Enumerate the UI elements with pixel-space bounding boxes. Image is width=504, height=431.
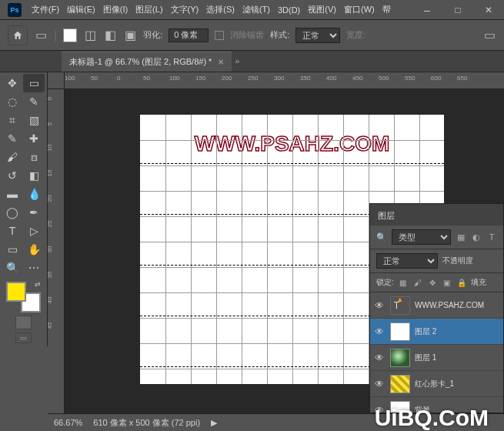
swap-colors-icon[interactable]: ⇄: [35, 280, 41, 288]
ruler-tick: 400: [326, 75, 336, 82]
menu-layer[interactable]: 图层(L): [132, 4, 166, 15]
color-swatch[interactable]: ⇄: [6, 282, 41, 312]
ruler-tick: 100: [169, 75, 179, 82]
lasso-tool[interactable]: ◌: [2, 92, 23, 111]
style-select[interactable]: 正常: [295, 28, 340, 43]
document-info[interactable]: 610 像素 x 500 像素 (72 ppi): [93, 417, 200, 429]
layer-name[interactable]: 图层 2: [415, 326, 436, 337]
menu-3d[interactable]: 3D(D): [274, 5, 304, 15]
marquee-tool[interactable]: ▭: [23, 74, 45, 92]
menu-edit[interactable]: 编辑(E): [63, 4, 99, 15]
feather-input[interactable]: [169, 28, 209, 42]
document-tab[interactable]: 未标题-1 @ 66.7% (图层 2, RGB/8#) * ✕: [62, 52, 232, 72]
shape-tool[interactable]: ▭: [2, 240, 23, 259]
blur-tool[interactable]: 💧: [23, 185, 45, 203]
screen-mode-toggle[interactable]: ▭: [15, 332, 32, 343]
window-controls: [412, 0, 504, 20]
status-chevron-icon[interactable]: ▶: [211, 418, 217, 428]
layer-row[interactable]: 👁 背景: [370, 397, 503, 413]
layer-row[interactable]: 👁 T▲ WWW.PSAHZ.COM: [370, 292, 503, 319]
crop-tool[interactable]: ⌗: [2, 111, 23, 129]
layer-row[interactable]: 👁 图层 2: [370, 319, 503, 345]
minimize-button[interactable]: [412, 0, 442, 20]
pen-tool[interactable]: ✒: [23, 203, 45, 222]
lock-artboard-icon[interactable]: ▣: [442, 277, 452, 288]
move-tool[interactable]: ✥: [2, 74, 23, 92]
intersect-selection-icon[interactable]: ▣: [123, 28, 137, 42]
visibility-icon[interactable]: 👁: [375, 326, 386, 337]
menu-filter[interactable]: 滤镜(T): [239, 4, 274, 15]
layer-name[interactable]: 图层 1: [415, 352, 436, 363]
layer-row[interactable]: 👁 图层 1: [370, 345, 503, 371]
maximize-button[interactable]: [442, 0, 473, 20]
filter-pixel-icon[interactable]: ▦: [456, 232, 466, 242]
ruler-tick: 500: [379, 75, 389, 82]
visibility-icon[interactable]: 👁: [375, 379, 386, 389]
ruler-origin[interactable]: [48, 72, 65, 89]
antialias-checkbox[interactable]: [215, 31, 224, 40]
menu-file[interactable]: 文件(F): [28, 4, 63, 15]
lock-transparent-icon[interactable]: ▦: [398, 277, 409, 288]
tab-overflow-icon[interactable]: »: [235, 57, 239, 65]
add-selection-icon[interactable]: ◫: [83, 28, 97, 42]
layer-filter-select[interactable]: 类型: [392, 229, 451, 245]
filter-adjust-icon[interactable]: ◐: [471, 232, 482, 242]
filter-type-icon[interactable]: T: [486, 232, 497, 242]
ruler-tick: 200: [222, 75, 232, 82]
visibility-icon[interactable]: 👁: [375, 352, 386, 363]
layers-panel-tab[interactable]: 图层: [370, 204, 503, 226]
history-brush-tool[interactable]: ↺: [2, 166, 23, 185]
marquee-preset-icon[interactable]: ▭: [34, 28, 48, 42]
lock-all-icon[interactable]: 🔒: [456, 277, 467, 288]
quick-select-tool[interactable]: ✎: [23, 92, 45, 111]
ruler-tick: 350: [300, 75, 310, 82]
zoom-level[interactable]: 66.67%: [54, 418, 82, 427]
lock-image-icon[interactable]: 🖌: [412, 277, 423, 288]
blend-mode-select[interactable]: 正常: [376, 253, 438, 269]
zoom-tool[interactable]: 🔍: [2, 259, 23, 277]
document-tab-title: 未标题-1 @ 66.7% (图层 2, RGB/8#) *: [69, 56, 212, 68]
quick-mask-toggle[interactable]: [15, 316, 32, 329]
close-button[interactable]: [473, 0, 504, 20]
search-icon[interactable]: 🔍: [376, 232, 387, 242]
menu-view[interactable]: 视图(V): [304, 4, 340, 15]
layer-name[interactable]: 红心形卡_1: [415, 379, 454, 389]
healing-tool[interactable]: ✚: [23, 129, 45, 148]
path-select-tool[interactable]: ▷: [23, 222, 45, 240]
horizontal-ruler[interactable]: 1005005010015020025030035040045050055060…: [65, 72, 504, 89]
eraser-tool[interactable]: ◧: [23, 166, 45, 185]
stamp-tool[interactable]: ⧈: [23, 148, 45, 166]
eyedropper-tool[interactable]: ✎: [2, 129, 23, 148]
edit-toolbar[interactable]: ⋯: [23, 259, 45, 277]
menu-window[interactable]: 窗口(W): [340, 4, 379, 15]
menu-type[interactable]: 文字(Y): [167, 4, 203, 15]
visibility-icon[interactable]: 👁: [375, 405, 386, 413]
layer-name[interactable]: WWW.PSAHZ.COM: [415, 301, 484, 309]
style-label: 样式:: [270, 29, 289, 41]
vertical-ruler[interactable]: 051015202530354045: [48, 89, 65, 413]
new-selection-icon[interactable]: [63, 28, 77, 42]
mask-mode-icon[interactable]: ▭: [482, 28, 496, 42]
menu-help[interactable]: 帮: [379, 4, 395, 15]
menu-image[interactable]: 图像(I): [99, 4, 132, 15]
lock-position-icon[interactable]: ✥: [427, 277, 438, 288]
tab-close-icon[interactable]: ✕: [218, 58, 224, 66]
visibility-icon[interactable]: 👁: [375, 300, 386, 311]
gradient-tool[interactable]: ▬: [2, 185, 23, 203]
grid-line: [140, 140, 444, 141]
type-tool[interactable]: T: [2, 222, 23, 240]
dodge-tool[interactable]: ◯: [2, 203, 23, 222]
menu-select[interactable]: 选择(S): [202, 4, 239, 15]
grid-line: [140, 165, 444, 166]
subtract-selection-icon[interactable]: ◧: [103, 28, 117, 42]
layers-panel: 图层 🔍 类型 ▦ ◐ T 正常 不透明度 锁定: ▦ 🖌 ✥ ▣ 🔒 填充 👁…: [369, 203, 504, 413]
lock-label: 锁定:: [376, 277, 394, 288]
layer-name[interactable]: 背景: [415, 405, 430, 413]
hand-tool[interactable]: ✋: [23, 240, 45, 259]
status-bar: 66.67% 610 像素 x 500 像素 (72 ppi) ▶: [48, 413, 504, 431]
brush-tool[interactable]: 🖌: [2, 148, 23, 166]
foreground-color[interactable]: [6, 282, 26, 302]
frame-tool[interactable]: ▧: [23, 111, 45, 129]
home-button[interactable]: [8, 25, 28, 45]
layer-row[interactable]: 👁 红心形卡_1: [370, 371, 503, 397]
